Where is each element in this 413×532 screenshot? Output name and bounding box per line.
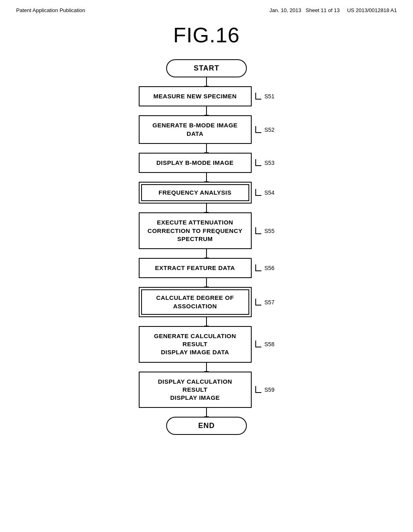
node-row-s52: GENERATE B-MODE IMAGE DATA S52 bbox=[139, 115, 275, 144]
step-label-s51: S51 bbox=[255, 92, 275, 101]
arrow-connector bbox=[206, 77, 207, 86]
node-s52: GENERATE B-MODE IMAGE DATA bbox=[139, 115, 252, 144]
hook-icon bbox=[255, 340, 264, 349]
header-info: Jan. 10, 2013 Sheet 11 of 13 US 2013/001… bbox=[269, 7, 397, 13]
arrow-connector bbox=[206, 363, 207, 372]
node-row-start: START bbox=[166, 59, 247, 77]
hook-icon bbox=[255, 298, 264, 307]
step-label-s58: S58 bbox=[255, 340, 275, 349]
arrow-connector bbox=[206, 144, 207, 153]
hook-icon bbox=[255, 92, 264, 101]
step-label-s52: S52 bbox=[255, 125, 275, 134]
arrow-connector bbox=[206, 249, 207, 258]
page-header: Patent Application Publication Jan. 10, … bbox=[0, 0, 413, 13]
hook-icon bbox=[255, 264, 264, 272]
node-start: START bbox=[166, 59, 247, 77]
step-label-s55: S55 bbox=[255, 227, 275, 235]
node-row-s58: GENERATE CALCULATION RESULTDISPLAY IMAGE… bbox=[139, 326, 275, 363]
arrow-connector bbox=[206, 408, 207, 417]
hook-icon bbox=[255, 125, 264, 134]
node-row-end: END bbox=[166, 417, 247, 435]
step-label-s54: S54 bbox=[255, 188, 275, 197]
step-label-s56: S56 bbox=[255, 264, 275, 272]
node-row-s56: EXTRACT FEATURE DATA S56 bbox=[139, 258, 275, 278]
node-row-s57: CALCULATE DEGREE OFASSOCIATION S57 bbox=[139, 287, 275, 317]
node-s56: EXTRACT FEATURE DATA bbox=[139, 258, 252, 278]
node-s59: DISPLAY CALCULATION RESULTDISPLAY IMAGE bbox=[139, 372, 252, 408]
header-left: Patent Application Publication bbox=[16, 7, 85, 13]
arrow-connector bbox=[206, 106, 207, 115]
hook-icon bbox=[255, 188, 264, 197]
step-label-s57: S57 bbox=[255, 298, 275, 307]
hook-icon bbox=[255, 385, 264, 394]
arrow-connector bbox=[206, 278, 207, 287]
node-s54: FREQUENCY ANALYSIS bbox=[139, 182, 252, 204]
step-label-s53: S53 bbox=[255, 158, 275, 167]
flowchart: STARTMEASURE NEW SPECIMEN S51GENERATE B-… bbox=[0, 59, 413, 451]
arrow-connector bbox=[206, 204, 207, 212]
arrow-connector bbox=[206, 173, 207, 182]
node-s58: GENERATE CALCULATION RESULTDISPLAY IMAGE… bbox=[139, 326, 252, 363]
node-row-s59: DISPLAY CALCULATION RESULTDISPLAY IMAGE … bbox=[139, 372, 275, 408]
figure-title: FIG.16 bbox=[0, 23, 413, 47]
node-row-s54: FREQUENCY ANALYSIS S54 bbox=[139, 182, 275, 204]
arrow-connector bbox=[206, 317, 207, 326]
node-s57: CALCULATE DEGREE OFASSOCIATION bbox=[139, 287, 252, 317]
hook-icon bbox=[255, 227, 264, 235]
node-row-s51: MEASURE NEW SPECIMEN S51 bbox=[139, 86, 275, 106]
node-s55: EXECUTE ATTENUATIONCORRECTION TO FREQUEN… bbox=[139, 212, 252, 249]
step-label-s59: S59 bbox=[255, 385, 275, 394]
node-row-s53: DISPLAY B-MODE IMAGE S53 bbox=[139, 153, 275, 173]
node-row-s55: EXECUTE ATTENUATIONCORRECTION TO FREQUEN… bbox=[139, 212, 275, 249]
node-end: END bbox=[166, 417, 247, 435]
node-s51: MEASURE NEW SPECIMEN bbox=[139, 86, 252, 106]
node-s53: DISPLAY B-MODE IMAGE bbox=[139, 153, 252, 173]
hook-icon bbox=[255, 158, 264, 167]
